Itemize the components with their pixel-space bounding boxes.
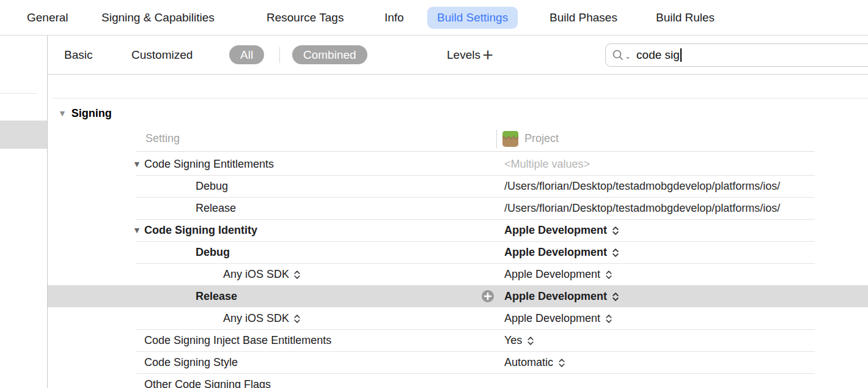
tab-build-settings[interactable]: Build Settings bbox=[427, 7, 518, 29]
stepper-icon bbox=[612, 226, 619, 236]
section-disclosure-triangle-icon[interactable]: ▼ bbox=[58, 108, 67, 118]
build-settings-toolbar: Basic Customized All Combined Levels + ⌄… bbox=[48, 35, 868, 75]
column-project: Project bbox=[502, 126, 559, 151]
column-divider bbox=[496, 130, 497, 148]
project-app-icon bbox=[502, 131, 518, 147]
setting-value: Yes bbox=[504, 334, 522, 347]
setting-value: Apple Development bbox=[504, 224, 607, 237]
table-row-selected[interactable]: Release Apple Development bbox=[48, 285, 868, 307]
setting-label: Code Signing Identity bbox=[144, 219, 257, 241]
table-row[interactable]: Any iOS SDK Apple Development bbox=[48, 307, 868, 329]
table-row[interactable]: Any iOS SDK Apple Development bbox=[48, 263, 868, 285]
stepper-icon bbox=[558, 358, 565, 368]
sdk-dropdown[interactable]: Any iOS SDK bbox=[223, 307, 301, 329]
stepper-icon bbox=[605, 270, 612, 280]
table-row[interactable]: ▼ Code Signing Entitlements <Multiple va… bbox=[48, 153, 868, 175]
setting-label: Release bbox=[196, 197, 236, 219]
stepper-icon bbox=[612, 292, 619, 302]
disclosure-triangle-icon[interactable]: ▼ bbox=[133, 219, 141, 241]
table-column-header: Setting Project bbox=[48, 126, 868, 151]
toolbar-divider bbox=[279, 47, 280, 63]
content-divider bbox=[52, 98, 868, 99]
setting-label: Code Signing Style bbox=[144, 351, 238, 373]
setting-label: Other Code Signing Flags bbox=[144, 373, 271, 388]
value-dropdown[interactable]: Apple Development bbox=[504, 241, 868, 263]
filter-basic[interactable]: Basic bbox=[64, 35, 92, 75]
section-title: Signing bbox=[72, 107, 112, 120]
table-row[interactable]: Code Signing Inject Base Entitlements Ye… bbox=[48, 329, 868, 351]
sidebar-selected-item[interactable] bbox=[0, 121, 47, 149]
setting-label: Release bbox=[196, 285, 237, 307]
table-row[interactable]: Other Code Signing Flags bbox=[48, 373, 868, 388]
sidebar-divider bbox=[0, 93, 37, 94]
section-header-signing: ▼ Signing bbox=[58, 104, 112, 122]
add-setting-button[interactable]: + bbox=[478, 35, 498, 75]
stepper-icon bbox=[527, 336, 534, 346]
build-settings-table: ▼ Signing Setting Project ▼ Code Signing… bbox=[48, 75, 868, 388]
setting-value: Apple Development bbox=[504, 246, 607, 259]
setting-value: <Multiple values> bbox=[504, 158, 590, 171]
stepper-icon bbox=[293, 270, 301, 280]
tab-build-rules[interactable]: Build Rules bbox=[656, 0, 715, 35]
column-setting: Setting bbox=[145, 126, 180, 151]
text-cursor bbox=[680, 48, 682, 62]
value-dropdown[interactable]: Apple Development bbox=[504, 219, 868, 241]
value-dropdown[interactable]: Apple Development bbox=[504, 263, 868, 285]
setting-label: Debug bbox=[196, 241, 230, 263]
table-row[interactable]: Code Signing Style Automatic bbox=[48, 351, 868, 373]
filter-all[interactable]: All bbox=[229, 45, 264, 64]
header-separator bbox=[136, 151, 815, 152]
tab-bar: General Signing & Capabilities Resource … bbox=[0, 0, 868, 35]
search-options-chevron-icon[interactable]: ⌄ bbox=[625, 52, 631, 61]
setting-value: Apple Development bbox=[504, 290, 607, 303]
setting-label: Code Signing Inject Base Entitlements bbox=[144, 329, 331, 351]
value-dropdown[interactable]: Automatic bbox=[504, 351, 868, 373]
stepper-icon bbox=[293, 314, 301, 324]
tab-resource-tags[interactable]: Resource Tags bbox=[267, 0, 344, 35]
value-dropdown[interactable]: Yes bbox=[504, 329, 868, 351]
search-input[interactable]: ⌄ code sig bbox=[605, 43, 868, 67]
value-dropdown[interactable]: Apple Development bbox=[504, 285, 868, 307]
value-dropdown[interactable]: Apple Development bbox=[504, 307, 868, 329]
setting-value: /Users/florian/Desktop/testadmobgdevelop… bbox=[504, 202, 780, 215]
table-row[interactable]: ▼ Code Signing Identity Apple Developmen… bbox=[48, 219, 868, 241]
setting-value: /Users/florian/Desktop/testadmobgdevelop… bbox=[504, 180, 780, 193]
filter-combined[interactable]: Combined bbox=[292, 45, 367, 64]
tab-build-phases[interactable]: Build Phases bbox=[550, 0, 617, 35]
table-row[interactable]: Release /Users/florian/Desktop/testadmob… bbox=[48, 197, 868, 219]
setting-value: Automatic bbox=[504, 356, 553, 369]
setting-label: Any iOS SDK bbox=[223, 312, 289, 325]
filter-customized[interactable]: Customized bbox=[131, 35, 193, 75]
setting-label: Any iOS SDK bbox=[223, 268, 289, 281]
column-project-label: Project bbox=[524, 132, 559, 145]
setting-value: Apple Development bbox=[504, 268, 600, 281]
setting-label: Code Signing Entitlements bbox=[144, 153, 274, 175]
search-icon bbox=[612, 49, 624, 61]
tab-general[interactable]: General bbox=[27, 0, 68, 35]
navigator-sidebar bbox=[0, 35, 48, 388]
tab-signing-capabilities[interactable]: Signing & Capabilities bbox=[101, 0, 215, 35]
search-text: code sig bbox=[636, 48, 680, 62]
stepper-icon bbox=[612, 248, 619, 258]
table-row[interactable]: Debug Apple Development bbox=[48, 241, 868, 263]
tab-info[interactable]: Info bbox=[384, 0, 404, 35]
table-row[interactable]: Debug /Users/florian/Desktop/testadmobgd… bbox=[48, 175, 868, 197]
stepper-icon bbox=[605, 314, 612, 324]
sdk-dropdown[interactable]: Any iOS SDK bbox=[223, 263, 301, 285]
setting-value: Apple Development bbox=[504, 312, 600, 325]
disclosure-triangle-icon[interactable]: ▼ bbox=[133, 153, 141, 175]
add-value-button[interactable] bbox=[482, 290, 494, 302]
filter-levels[interactable]: Levels bbox=[447, 35, 480, 75]
setting-label: Debug bbox=[196, 175, 228, 197]
